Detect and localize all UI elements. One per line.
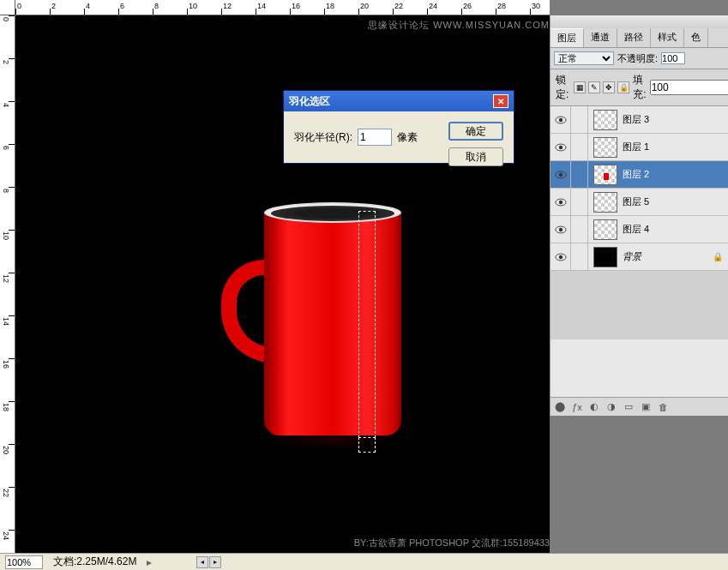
layers-panel: 图层 通道 路径 样式 色 正常 不透明度: 锁定: ▦ ✎ ✥ 🔒 填充: 图… — [550, 15, 728, 416]
visibility-eye-icon[interactable] — [551, 161, 571, 188]
mask-icon[interactable]: ◐ — [588, 401, 600, 413]
layer-link-area[interactable] — [571, 106, 588, 133]
lock-all-icon[interactable]: 🔒 — [617, 81, 629, 93]
lock-icon: 🔒 — [713, 252, 723, 261]
tab-paths[interactable]: 路径 — [617, 28, 651, 47]
lock-paint-icon[interactable]: ✎ — [588, 81, 600, 93]
fill-input[interactable] — [650, 80, 728, 95]
layer-thumbnail — [593, 137, 617, 158]
watermark-bottom: BY:古欲香萧 PHOTOSHOP 交流群:155189433 — [354, 537, 550, 549]
svg-point-3 — [558, 145, 562, 148]
layer-name-label[interactable]: 图层 3 — [623, 113, 649, 126]
layer-name-label[interactable]: 背景 — [623, 250, 641, 263]
selection-marquee-bottom — [358, 437, 376, 453]
layer-name-label[interactable]: 图层 4 — [623, 223, 649, 236]
layer-link-area[interactable] — [571, 134, 588, 160]
ruler-horizontal: 024681012141618202224262830 — [15, 0, 550, 15]
scroll-left-icon[interactable]: ◂ — [196, 556, 208, 568]
visibility-eye-icon[interactable] — [551, 106, 571, 133]
svg-point-9 — [558, 227, 562, 231]
svg-point-5 — [558, 172, 562, 176]
layer-name-label[interactable]: 图层 5 — [623, 195, 649, 208]
layer-name-label[interactable]: 图层 2 — [623, 168, 649, 181]
layer-thumbnail — [593, 110, 617, 130]
visibility-eye-icon[interactable] — [551, 134, 571, 160]
feather-radius-input[interactable] — [358, 129, 392, 146]
layer-row[interactable]: 图层 4 — [551, 216, 728, 243]
feather-dialog: 羽化选区 ✕ 羽化半径(R): 像素 确定 取消 — [283, 90, 514, 164]
feather-radius-label: 羽化半径(R): — [294, 130, 352, 145]
lock-transparent-icon[interactable]: ▦ — [574, 81, 586, 93]
doc-size-label: 文档:2.25M/4.62M — [53, 555, 136, 569]
layer-thumbnail — [593, 165, 617, 185]
scroll-right-icon[interactable]: ▸ — [209, 556, 221, 568]
layer-name-label[interactable]: 图层 1 — [623, 141, 649, 153]
folder-icon[interactable]: ▭ — [623, 401, 635, 413]
panel-tabs: 图层 通道 路径 样式 色 — [551, 28, 728, 48]
layer-row[interactable]: 图层 3 — [551, 106, 728, 134]
layer-thumbnail — [593, 247, 617, 267]
tab-channels[interactable]: 通道 — [584, 28, 617, 47]
layer-row[interactable]: 背景🔒 — [551, 243, 728, 271]
status-bar: 文档:2.25M/4.62M ▸ ◂ ▸ — [0, 553, 728, 570]
adjustment-icon[interactable]: ◑ — [605, 401, 617, 413]
fill-label: 填充: — [633, 73, 646, 102]
blend-mode-select[interactable]: 正常 — [554, 51, 614, 65]
dialog-titlebar[interactable]: 羽化选区 ✕ — [284, 91, 514, 111]
opacity-label: 不透明度: — [617, 52, 658, 65]
lock-label: 锁定: — [556, 73, 569, 102]
svg-point-7 — [558, 200, 562, 203]
tab-layers[interactable]: 图层 — [551, 28, 584, 47]
layer-row[interactable]: 图层 2 — [551, 161, 728, 189]
ok-button[interactable]: 确定 — [448, 122, 503, 141]
selection-marquee — [358, 211, 376, 438]
layer-link-area[interactable] — [571, 216, 588, 243]
panel-drag-bar[interactable] — [551, 15, 728, 28]
layer-thumbnail — [593, 192, 617, 213]
feather-unit-label: 像素 — [397, 130, 418, 145]
visibility-eye-icon[interactable] — [551, 189, 571, 215]
ruler-vertical: 024681012141618202224 — [0, 15, 15, 553]
link-icon[interactable]: ⬤ — [554, 401, 566, 413]
layer-link-area[interactable] — [571, 243, 588, 270]
close-icon[interactable]: ✕ — [493, 94, 508, 108]
layer-thumbnail — [593, 219, 617, 240]
layer-row[interactable]: 图层 1 — [551, 134, 728, 161]
layer-link-area[interactable] — [571, 189, 588, 215]
new-layer-icon[interactable]: ▣ — [640, 401, 652, 413]
dialog-title-text: 羽化选区 — [289, 94, 330, 109]
cancel-button[interactable]: 取消 — [448, 147, 503, 166]
visibility-eye-icon[interactable] — [551, 216, 571, 243]
tab-styles[interactable]: 样式 — [651, 28, 684, 47]
watermark-top: 思缘设计论坛 WWW.MISSYUAN.COM — [368, 19, 550, 32]
lock-move-icon[interactable]: ✥ — [603, 81, 615, 93]
svg-point-11 — [558, 255, 562, 258]
panel-footer: ⬤ ƒx ◐ ◑ ▭ ▣ 🗑 — [551, 397, 728, 416]
fx-icon[interactable]: ƒx — [571, 401, 583, 413]
layers-list: 图层 3图层 1图层 2图层 5图层 4背景🔒 — [551, 106, 728, 397]
opacity-input[interactable] — [661, 52, 685, 64]
visibility-eye-icon[interactable] — [551, 243, 571, 270]
trash-icon[interactable]: 🗑 — [657, 401, 669, 413]
ruler-corner — [0, 0, 15, 15]
layer-link-area[interactable] — [571, 161, 588, 188]
svg-point-1 — [558, 117, 562, 121]
empty-area — [550, 416, 728, 553]
tab-color[interactable]: 色 — [684, 28, 708, 47]
zoom-input[interactable] — [5, 555, 43, 569]
layer-row[interactable]: 图层 5 — [551, 189, 728, 216]
